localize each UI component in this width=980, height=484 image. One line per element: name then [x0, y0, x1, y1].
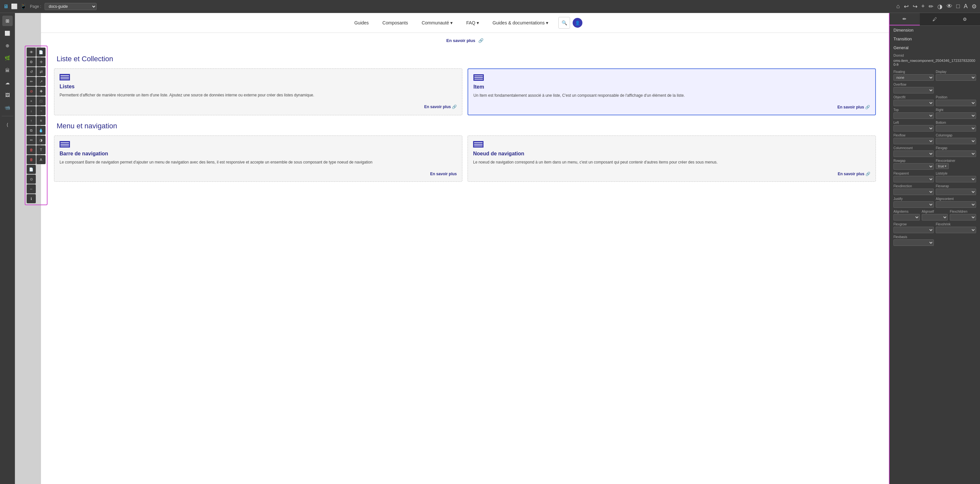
nav-communaute[interactable]: Communauté	[415, 17, 460, 28]
tool-copy[interactable]: ⧉	[27, 126, 36, 135]
nav-faq[interactable]: FAQ	[460, 17, 486, 28]
text-icon[interactable]: A	[964, 3, 968, 10]
sidebar-icon-image[interactable]: 🖼	[2, 90, 13, 100]
tool-delete-t[interactable]: 🗑	[27, 145, 36, 154]
tool-delete[interactable]: 🗑	[27, 155, 36, 164]
general-section-title[interactable]: General	[889, 43, 980, 52]
tool-pen[interactable]: ✏	[27, 136, 36, 145]
tool-add[interactable]: +	[27, 96, 36, 105]
card-listes-link[interactable]: En savoir plus	[424, 105, 451, 109]
left-select[interactable]	[894, 125, 934, 132]
tool-text-t[interactable]: T	[37, 145, 46, 154]
settings-icon[interactable]: ⚙	[972, 3, 977, 10]
mobile-icon[interactable]: 📱	[20, 3, 27, 10]
card-item[interactable]: Item Un Item est fondamentalement associ…	[468, 69, 876, 115]
alignitems-select[interactable]	[894, 214, 920, 220]
tool-stretch[interactable]: ↔	[27, 184, 36, 193]
redo-icon[interactable]: ↪	[913, 3, 918, 10]
overflow-select[interactable]	[894, 87, 934, 93]
tool-info[interactable]: ℹ	[27, 194, 36, 203]
card-listes[interactable]: Listes Permettent d'afficher de manière …	[54, 69, 462, 115]
tool-pin[interactable]: ✚	[37, 87, 46, 96]
sidebar-icon-video[interactable]: 📹	[2, 102, 13, 113]
tool-container[interactable]: □	[37, 96, 46, 105]
liststyle-select[interactable]	[936, 176, 976, 182]
tool-contrast[interactable]: ◑	[37, 136, 46, 145]
rowgap-select[interactable]	[894, 163, 934, 170]
floating-select[interactable]: none	[894, 74, 934, 81]
square-icon[interactable]: □	[956, 3, 960, 10]
columncount-select[interactable]	[894, 150, 934, 157]
flexflow-select[interactable]	[894, 138, 934, 144]
nav-guides[interactable]: Guides	[347, 17, 375, 28]
transition-section-title[interactable]: Transition	[889, 35, 980, 43]
card-barre-navigation[interactable]: Barre de navigation Le composant Barre d…	[54, 136, 462, 182]
flexchildren-select[interactable]	[950, 214, 976, 220]
tool-edit[interactable]: ✏	[27, 77, 36, 86]
top-select[interactable]	[894, 112, 934, 119]
flexgap-select[interactable]	[936, 150, 976, 157]
tool-color[interactable]: 💧	[37, 126, 46, 135]
flexshrink-select[interactable]	[936, 227, 976, 233]
position-select[interactable]	[936, 100, 976, 106]
tab-style[interactable]: ✏	[889, 13, 920, 26]
home-icon[interactable]: ⌂	[896, 3, 900, 10]
tool-doc2[interactable]: 📄	[27, 165, 36, 174]
tool-refresh[interactable]: ↺	[27, 67, 36, 76]
tool-block[interactable]: ⊘	[27, 87, 36, 96]
sidebar-icon-cloud[interactable]: ☁	[2, 78, 13, 88]
nav-guides-docs[interactable]: Guides & documentations	[486, 17, 555, 28]
flexparent-select[interactable]	[894, 176, 934, 182]
tool-swap[interactable]: ⇄	[37, 67, 46, 76]
tool-resize[interactable]: ↗	[37, 77, 46, 86]
tool-list[interactable]: ≡	[37, 116, 46, 125]
sidebar-icon-bank[interactable]: 🏛	[2, 65, 13, 75]
sidebar-icon-grid[interactable]: ⊞	[2, 16, 13, 26]
undo-icon[interactable]: ↩	[904, 3, 909, 10]
tool-document[interactable]: 📄	[37, 48, 46, 57]
flexgrow-select[interactable]	[894, 227, 934, 233]
tool-settings[interactable]: ⚙	[27, 58, 36, 66]
page-selector[interactable]: docs-guide	[45, 3, 97, 10]
flexdirection-select[interactable]	[894, 188, 934, 195]
tool-move[interactable]: ✛	[37, 58, 46, 66]
dimension-section-title[interactable]: Dimension	[889, 26, 980, 35]
user-avatar[interactable]: 👤	[573, 18, 582, 28]
search-button[interactable]: 🔍	[558, 17, 570, 29]
contrast-icon[interactable]: ◑	[937, 3, 943, 10]
aligncontent-select[interactable]	[936, 201, 976, 208]
flexwrap-select[interactable]	[936, 188, 976, 195]
canvas-area[interactable]: 👁 📄 ⚙ ✛ ↺ ⇄ ✏ ↗ ⊘ ✚ + □ ↓ → ↑ ≡ ⧉ 💧 ✏ ◑	[15, 13, 889, 484]
sidebar-icon-plant[interactable]: 🌿	[2, 53, 13, 63]
tab-settings[interactable]: ⚙	[950, 13, 980, 26]
tool-arrow-up[interactable]: ↑	[27, 116, 36, 125]
monitor-icon[interactable]: 🖥	[3, 3, 8, 10]
sidebar-icon-puzzle[interactable]: ⊕	[2, 40, 13, 51]
tool-view[interactable]: 👁	[27, 48, 36, 57]
alignself-select[interactable]	[922, 214, 948, 220]
justify-select[interactable]	[894, 201, 934, 208]
view-icon[interactable]: 👁	[947, 3, 952, 10]
tab-content[interactable]: 🖊	[920, 13, 950, 26]
flexcontainer-value[interactable]: true	[936, 163, 949, 169]
card-barre-link[interactable]: En savoir plus	[430, 172, 457, 176]
card-item-link[interactable]: En savoir plus	[837, 105, 864, 109]
tool-arrow-right[interactable]: →	[37, 106, 46, 115]
tool-target[interactable]: ⊙	[27, 174, 36, 184]
tool-arrow-down[interactable]: ↓	[27, 106, 36, 115]
right-select[interactable]	[936, 112, 976, 119]
add-icon[interactable]: +	[921, 3, 925, 10]
bottom-select[interactable]	[936, 125, 976, 132]
tool-text-a[interactable]: A	[37, 155, 46, 164]
display-select[interactable]	[936, 74, 976, 81]
columngap-select[interactable]	[936, 138, 976, 144]
edit-icon[interactable]: ✏	[929, 3, 934, 10]
objectfit-select[interactable]	[894, 100, 934, 106]
sidebar-icon-dashboard[interactable]: ⬜	[2, 28, 13, 38]
flexbasis-select[interactable]	[894, 240, 934, 246]
card-noeud-link[interactable]: En savoir plus	[838, 172, 864, 176]
nav-composants[interactable]: Composants	[375, 17, 415, 28]
card-noeud-navigation[interactable]: Noeud de navigation Le noeud de navigati…	[468, 136, 876, 182]
tablet-icon[interactable]: ⬜	[11, 3, 18, 10]
sidebar-icon-collapse[interactable]: ⟨	[2, 120, 13, 130]
